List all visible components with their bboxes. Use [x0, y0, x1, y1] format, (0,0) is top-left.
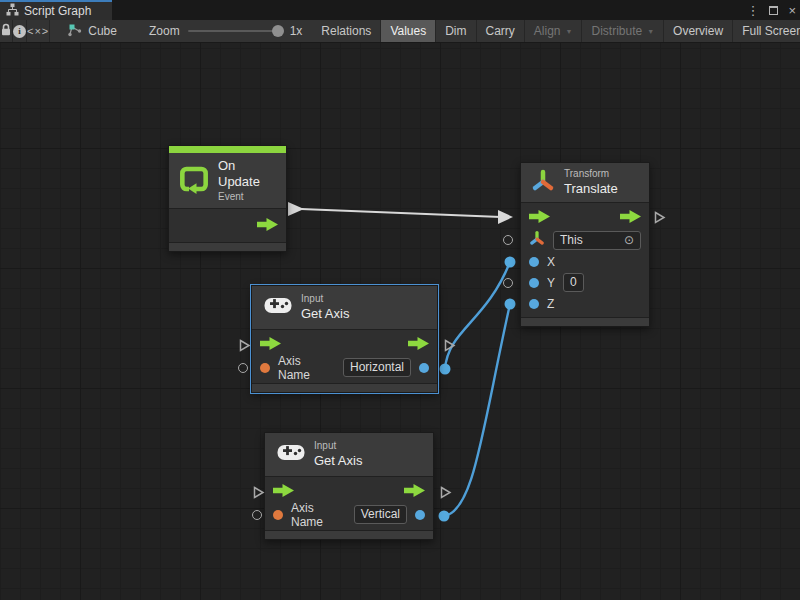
toolbar-button-relations[interactable]: Relations	[312, 20, 381, 42]
script-graph-icon	[6, 3, 19, 19]
unconnected-value-marker-this[interactable]	[503, 235, 513, 245]
node-footer	[265, 530, 433, 539]
node-footer	[252, 383, 437, 392]
gamepad-icon	[264, 297, 292, 317]
flow-wire-end-arrow	[498, 210, 513, 224]
unconnected-flow-marker[interactable]	[438, 485, 453, 503]
event-color-bar	[169, 146, 286, 153]
node-get-axis-vertical[interactable]: Input Get Axis Axis Name Vertical	[264, 432, 434, 540]
lock-button[interactable]	[0, 20, 13, 42]
graph-toolbar: i <×> Cube Zoom 1x Rel	[0, 20, 800, 43]
node-footer	[521, 317, 649, 326]
menu-icon[interactable]: ⋮	[746, 4, 759, 17]
toolbar-button-dim[interactable]: Dim	[436, 20, 476, 42]
code-preview-button[interactable]: <×>	[27, 20, 50, 42]
node-header[interactable]: On Update Event	[169, 153, 286, 209]
port-label-y: Y	[547, 276, 555, 290]
script-graph-window: Script Graph ⋮ × i <×>	[0, 0, 800, 600]
node-header[interactable]: Input Get Axis	[265, 433, 433, 477]
toolbar-button-values[interactable]: Values	[381, 20, 436, 42]
toolbar-button-fullscreen[interactable]: Full Screen	[733, 20, 800, 42]
wire-endpoint	[440, 364, 451, 375]
flow-output-port[interactable]	[404, 484, 425, 500]
window-controls: ⋮ ×	[746, 0, 796, 20]
node-header[interactable]: Transform Translate	[521, 163, 649, 203]
toolbar-button-align[interactable]: Align ▼	[525, 20, 583, 42]
unconnected-value-marker-y[interactable]	[503, 278, 513, 288]
unconnected-flow-marker[interactable]	[442, 338, 457, 356]
loop-event-icon	[179, 164, 209, 197]
port-label-z: Z	[547, 297, 554, 311]
node-header[interactable]: Input Get Axis	[252, 286, 437, 330]
object-picker-icon[interactable]: ⊙	[624, 234, 634, 246]
graph-reference[interactable]: Cube	[50, 20, 127, 42]
chevron-down-icon: ▼	[566, 28, 573, 35]
close-icon[interactable]: ×	[788, 4, 796, 17]
node-title: Get Axis	[314, 453, 362, 469]
node-on-update[interactable]: On Update Event	[168, 145, 287, 252]
wire-endpoint	[505, 299, 516, 310]
code-icon: <×>	[27, 25, 49, 37]
flow-output-port[interactable]	[408, 337, 429, 353]
flow-wire-on-update-to-translate[interactable]	[301, 209, 501, 217]
toolbar-button-carry[interactable]: Carry	[477, 20, 525, 42]
unconnected-value-marker[interactable]	[238, 363, 248, 373]
info-icon: i	[13, 25, 26, 38]
tab-script-graph[interactable]: Script Graph	[0, 0, 112, 20]
wire-endpoint	[439, 511, 450, 522]
value-port-axis-name[interactable]	[260, 363, 270, 373]
zoom-control: Zoom 1x	[127, 20, 312, 42]
value-output-port[interactable]	[415, 510, 425, 520]
value-output-port[interactable]	[419, 363, 429, 373]
value-port-z[interactable]	[529, 299, 539, 309]
zoom-value: 1x	[290, 24, 303, 38]
node-category: Input	[314, 440, 362, 453]
transform-icon	[531, 168, 555, 197]
port-label-axis-name: Axis Name	[291, 501, 346, 529]
node-get-axis-horizontal[interactable]: Input Get Axis Axis Name Horizontal	[251, 285, 438, 393]
axis-name-field[interactable]: Vertical	[354, 505, 407, 524]
chevron-down-icon: ▼	[647, 28, 654, 35]
value-port-x[interactable]	[529, 257, 539, 267]
unconnected-flow-marker[interactable]	[237, 338, 252, 356]
node-category: Transform	[564, 168, 618, 181]
toolbar-button-overview[interactable]: Overview	[664, 20, 733, 42]
maximize-icon[interactable]	[769, 6, 778, 15]
target-object-field[interactable]: This ⊙	[553, 231, 641, 250]
unconnected-flow-marker[interactable]	[251, 485, 266, 503]
port-label-x: X	[547, 255, 555, 269]
value-port-y[interactable]	[529, 278, 539, 288]
flow-input-port[interactable]	[273, 484, 294, 500]
axis-name-field[interactable]: Horizontal	[343, 358, 411, 377]
node-title: On Update	[218, 158, 276, 191]
wire-endpoint	[505, 257, 516, 268]
unconnected-value-marker[interactable]	[252, 510, 262, 520]
node-translate[interactable]: Transform Translate	[520, 162, 650, 327]
graph-canvas[interactable]: On Update Event	[0, 43, 800, 600]
zoom-slider-handle[interactable]	[272, 25, 284, 37]
node-subtitle: Event	[218, 191, 276, 204]
node-category: Input	[301, 293, 349, 306]
value-port-axis-name[interactable]	[273, 510, 283, 520]
unconnected-flow-marker[interactable]	[652, 210, 667, 228]
port-label-axis-name: Axis Name	[278, 354, 335, 382]
graph-name: Cube	[88, 24, 117, 38]
node-title: Translate	[564, 181, 618, 197]
lock-icon	[0, 23, 12, 39]
inspect-button[interactable]: i	[13, 20, 27, 42]
zoom-slider[interactable]	[188, 30, 282, 32]
flow-input-port[interactable]	[260, 337, 281, 353]
value-wire-vertical-to-z[interactable]	[444, 304, 510, 516]
graph-asset-icon	[68, 23, 82, 40]
node-footer	[169, 242, 286, 251]
zoom-label: Zoom	[149, 24, 180, 38]
flow-output-port[interactable]	[257, 218, 278, 234]
flow-input-port[interactable]	[529, 210, 550, 226]
tab-title: Script Graph	[24, 4, 91, 18]
toolbar-button-distribute[interactable]: Distribute ▼	[582, 20, 664, 42]
transform-port-icon[interactable]	[529, 230, 545, 250]
tab-bar: Script Graph ⋮ ×	[0, 0, 800, 20]
y-value-field[interactable]: 0	[563, 273, 584, 292]
gamepad-icon	[277, 444, 305, 464]
flow-output-port[interactable]	[620, 210, 641, 226]
